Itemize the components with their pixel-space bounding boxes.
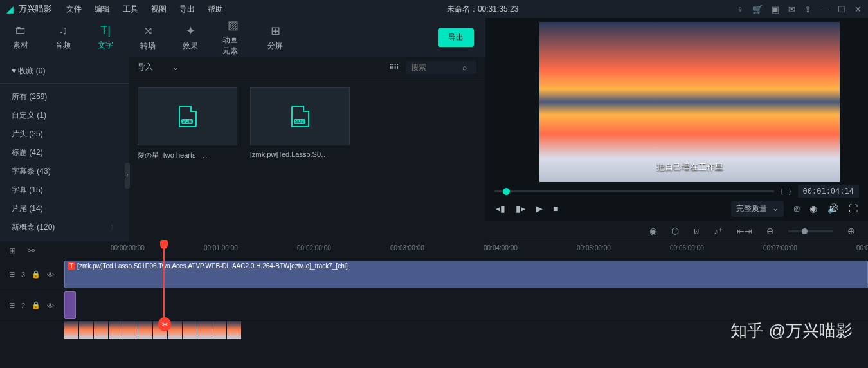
track-type-icon: ⊞ bbox=[9, 301, 15, 309]
tab-effects[interactable]: ✦效果 bbox=[175, 21, 206, 54]
menu-tools[interactable]: 工具 bbox=[118, 1, 143, 17]
zoom-out-icon[interactable]: ⊖ bbox=[766, 226, 774, 236]
track-text: ⊞3🔒👁 T[zmk.pw]Ted.Lasso.S01E06.Two.Aces.… bbox=[0, 259, 868, 290]
add-track-icon[interactable]: ⊞ bbox=[9, 246, 16, 255]
maximize-icon[interactable]: ☐ bbox=[838, 5, 845, 14]
quality-dropdown[interactable]: 完整质量⌄ bbox=[731, 201, 784, 217]
visibility-icon[interactable]: 👁 bbox=[47, 271, 54, 279]
tab-split[interactable]: ⊞分屏 bbox=[260, 21, 291, 54]
render-icon[interactable]: ◉ bbox=[649, 226, 657, 236]
link-icon[interactable]: ⚯ bbox=[28, 246, 35, 255]
export-button[interactable]: 导出 bbox=[438, 28, 474, 47]
menu-export[interactable]: 导出 bbox=[174, 1, 200, 17]
app-name: 万兴喵影 bbox=[19, 3, 52, 15]
cart-icon[interactable]: 🛒 bbox=[752, 5, 763, 14]
volume-icon[interactable]: 🔊 bbox=[827, 203, 838, 214]
cut-marker[interactable]: ✂ bbox=[158, 317, 171, 331]
seek-bar[interactable] bbox=[494, 190, 774, 192]
sidebar-item-custom[interactable]: 自定义 (1) bbox=[0, 106, 129, 125]
play-button[interactable]: ▶ bbox=[536, 203, 543, 214]
media-item[interactable]: 愛の星 -two hearts-- ‥ bbox=[138, 87, 237, 259]
project-title: 未命名：00:31:35:23 bbox=[231, 4, 734, 15]
seek-handle[interactable] bbox=[503, 188, 510, 195]
save-icon[interactable]: ▣ bbox=[772, 5, 779, 14]
menu-view[interactable]: 视图 bbox=[146, 1, 172, 17]
anim-icon: ▨ bbox=[228, 18, 239, 32]
tab-anim[interactable]: ▨动画元素 bbox=[217, 15, 248, 59]
sidebar-item-concept[interactable]: 新概念 (120)〉 bbox=[0, 218, 129, 237]
track-overlay: ⊞2🔒👁 bbox=[0, 290, 868, 321]
audio-sync-icon[interactable]: ♪⁺ bbox=[714, 226, 723, 236]
fit-timeline-icon[interactable]: ⇤⇥ bbox=[737, 226, 752, 236]
mic-icon[interactable]: ⇪ bbox=[804, 5, 811, 14]
shield-icon[interactable]: ⬡ bbox=[671, 226, 679, 236]
voiceover-icon[interactable]: ⊍ bbox=[693, 226, 700, 236]
mark-in-out-icon[interactable]: { } bbox=[781, 187, 791, 195]
zoom-slider[interactable] bbox=[788, 230, 833, 232]
video-thumbnails[interactable] bbox=[64, 321, 868, 340]
close-icon[interactable]: ✕ bbox=[854, 5, 862, 14]
fullscreen-icon[interactable]: ⛶ bbox=[849, 203, 858, 214]
lock-icon[interactable]: 🔒 bbox=[32, 270, 41, 279]
track-type-icon: ⊞ bbox=[9, 270, 15, 279]
sidebar-item-outro[interactable]: 片尾 (14) bbox=[0, 199, 129, 218]
tab-media[interactable]: 🗀素材 bbox=[5, 21, 36, 53]
lock-icon[interactable]: 🔒 bbox=[32, 301, 41, 309]
transition-icon: ⤭ bbox=[143, 24, 153, 38]
snapshot-ext-icon[interactable]: ⎚ bbox=[794, 203, 799, 214]
menu-file[interactable]: 文件 bbox=[61, 1, 87, 17]
grid-view-icon[interactable]: ⠿⠿ bbox=[389, 63, 398, 72]
zoom-in-icon[interactable]: ⊕ bbox=[847, 226, 855, 236]
minimize-icon[interactable]: — bbox=[820, 5, 829, 14]
tab-text[interactable]: T|文字 bbox=[90, 21, 121, 53]
sidebar-item-subbar[interactable]: 字幕条 (43) bbox=[0, 162, 129, 181]
subtitle-overlay: 把自己埋在工作里 bbox=[656, 161, 723, 173]
camera-icon[interactable]: ◉ bbox=[809, 203, 817, 214]
folder-icon: 🗀 bbox=[15, 24, 26, 37]
zoom-handle[interactable] bbox=[802, 228, 808, 234]
subtitle-file-icon bbox=[291, 106, 309, 127]
preview-video[interactable]: 把自己埋在工作里 bbox=[539, 22, 840, 182]
chevron-down-icon: ⌄ bbox=[172, 63, 179, 72]
prev-frame-button[interactable]: ◂▮ bbox=[496, 203, 505, 214]
chevron-down-icon: ⌄ bbox=[772, 204, 779, 213]
split-icon: ⊞ bbox=[271, 24, 280, 38]
mail-icon[interactable]: ✉ bbox=[788, 5, 795, 14]
subtitle-clip[interactable]: T[zmk.pw]Ted.Lasso.S01E06.Two.Aces.ATVP.… bbox=[64, 261, 868, 288]
chevron-right-icon: 〉 bbox=[111, 223, 117, 232]
sidebar-item-title[interactable]: 标题 (42) bbox=[0, 143, 129, 162]
music-icon: ♫ bbox=[59, 24, 68, 37]
timecode-display: 00:01:04:14 bbox=[798, 185, 859, 198]
import-dropdown[interactable]: 导入⌄ bbox=[138, 62, 179, 73]
sidebar-item-subtitle[interactable]: 字幕 (15) bbox=[0, 181, 129, 199]
menu-help[interactable]: 帮助 bbox=[203, 1, 228, 17]
search-icon[interactable]: ⌕ bbox=[462, 63, 467, 72]
stop-button[interactable]: ■ bbox=[553, 203, 558, 214]
subtitle-file-icon bbox=[179, 106, 197, 127]
media-item[interactable]: [zmk.pw]Ted.Lasso.S0‥ bbox=[250, 87, 350, 259]
search-box[interactable]: ⌕ bbox=[406, 61, 476, 74]
app-logo-icon: ◢ bbox=[6, 4, 14, 14]
account-icon[interactable]: ♀ bbox=[737, 5, 743, 14]
visibility-icon[interactable]: 👁 bbox=[47, 302, 54, 309]
text-icon: T| bbox=[100, 24, 111, 37]
search-input[interactable] bbox=[411, 63, 462, 72]
effects-icon: ✦ bbox=[186, 24, 195, 38]
tab-audio[interactable]: ♫音频 bbox=[48, 21, 78, 53]
sidebar-item-intro[interactable]: 片头 (25) bbox=[0, 125, 129, 143]
tab-transition[interactable]: ⤭转场 bbox=[132, 21, 163, 54]
sidebar-favorites[interactable]: ♥ 收藏 (0) bbox=[0, 62, 129, 84]
next-frame-button[interactable]: ▮▸ bbox=[516, 203, 525, 214]
sidebar-collapse-handle[interactable]: ‹ bbox=[125, 163, 130, 189]
menu-edit[interactable]: 编辑 bbox=[89, 1, 115, 17]
overlay-clip[interactable] bbox=[64, 291, 76, 319]
sidebar-item-all[interactable]: 所有 (259) bbox=[0, 87, 129, 106]
